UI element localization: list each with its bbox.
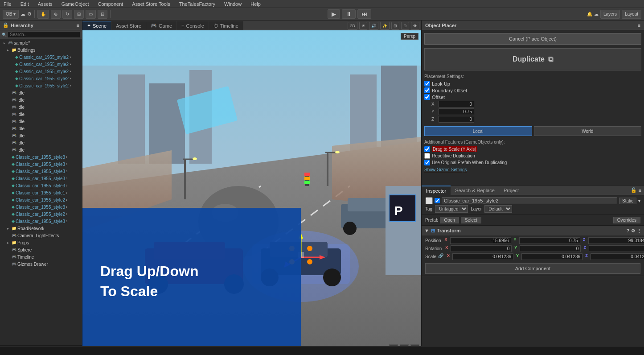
transform-menu-icon[interactable]: ⋮ bbox=[637, 228, 641, 233]
settings-icon[interactable]: ⚙ bbox=[27, 11, 32, 17]
list-item[interactable]: 🎮Idle bbox=[0, 111, 82, 118]
menu-help[interactable]: Help bbox=[249, 1, 263, 7]
tab-search-replace[interactable]: Search & Replace bbox=[451, 186, 499, 195]
transform-header[interactable]: ▼ ⊞ Transform ? ⚙ ⋮ bbox=[422, 226, 644, 235]
scene-fx-btn[interactable]: ✨ bbox=[380, 22, 390, 30]
pos-x-input[interactable] bbox=[450, 237, 511, 244]
ob-dropdown[interactable]: OB ▾ bbox=[3, 10, 19, 19]
menu-edit[interactable]: Edit bbox=[19, 1, 31, 7]
static-dropdown-icon[interactable]: ▾ bbox=[638, 198, 640, 203]
menu-gameobject[interactable]: GameObject bbox=[60, 1, 91, 7]
tag-dropdown[interactable]: Untagged bbox=[435, 205, 468, 213]
list-item[interactable]: ◆Classic_car_1955_style3 › bbox=[0, 175, 82, 182]
list-item[interactable]: ◆Classic_car_1955_style3 › bbox=[0, 168, 82, 175]
local-button[interactable]: Local bbox=[424, 126, 532, 136]
repetitive-duplication-checkbox[interactable] bbox=[424, 153, 430, 159]
tab-project[interactable]: Project bbox=[499, 186, 523, 195]
list-item[interactable]: 🎮Idle bbox=[0, 125, 82, 132]
static-button[interactable]: Static bbox=[619, 198, 636, 204]
list-item[interactable]: ◆Classic_car_1955_style3 › bbox=[0, 203, 82, 211]
lock-inspector-icon[interactable]: 🔓 bbox=[631, 187, 637, 193]
scene-2d-btn[interactable]: 2D bbox=[348, 22, 357, 30]
hierarchy-menu-icon[interactable]: ≡ bbox=[77, 23, 79, 28]
scale-link-icon[interactable]: 🔗 bbox=[438, 253, 444, 260]
list-item[interactable]: ◆Classic_car_1955_style2 › bbox=[0, 196, 82, 203]
list-item[interactable]: ▸📁RoadNetwork bbox=[0, 225, 82, 232]
scene-gizmo-btn[interactable]: ⊙ bbox=[401, 22, 409, 30]
object-active-checkbox[interactable] bbox=[435, 198, 440, 203]
menu-talesfactory[interactable]: TheTalesFactory bbox=[177, 1, 217, 7]
rot-y-input[interactable] bbox=[520, 245, 581, 252]
list-item[interactable]: ◆Classic_car_1955_style3 › bbox=[0, 161, 82, 168]
list-item[interactable]: ◆Classic_car_1955_style2 › bbox=[0, 61, 82, 68]
transform-tool[interactable]: ⊟ bbox=[98, 10, 107, 19]
scene-light-btn[interactable]: ☀ bbox=[359, 22, 367, 30]
menu-component[interactable]: Component bbox=[96, 1, 125, 7]
list-item[interactable]: 🎮Sphere bbox=[0, 246, 82, 253]
list-item[interactable]: ▸🎮sample* bbox=[0, 39, 82, 46]
tab-console[interactable]: ≡ Console bbox=[177, 21, 209, 30]
list-item[interactable]: ◆Classic_car_1955_style2 › bbox=[0, 75, 82, 82]
tab-game[interactable]: 🎮 Game bbox=[146, 21, 177, 30]
list-item[interactable]: ◆Classic_car_1955_style3 › bbox=[0, 182, 82, 189]
inspector-menu-icon[interactable]: ≡ bbox=[639, 188, 641, 193]
list-item[interactable]: 🎮Idle bbox=[0, 118, 82, 125]
move-tool[interactable]: ⊕ bbox=[51, 10, 61, 19]
pos-y-input[interactable] bbox=[519, 237, 580, 244]
list-item[interactable]: 🎮Idle bbox=[0, 89, 82, 96]
menu-window[interactable]: Window bbox=[222, 1, 243, 7]
list-item[interactable]: 🎮Timeline bbox=[0, 253, 82, 260]
menu-file[interactable]: File bbox=[2, 1, 13, 7]
rotate-tool[interactable]: ↻ bbox=[62, 10, 72, 19]
add-component-button[interactable]: Add Component bbox=[425, 263, 640, 274]
overrides-button[interactable]: Overrides bbox=[613, 217, 640, 223]
list-item[interactable]: 🎮Idle bbox=[0, 96, 82, 103]
pos-z-input[interactable] bbox=[588, 237, 644, 244]
list-item[interactable]: ▸📁Props bbox=[0, 239, 82, 246]
transform-question-icon[interactable]: ? bbox=[627, 228, 629, 233]
x-input[interactable] bbox=[439, 101, 474, 107]
play-button[interactable]: ▶ bbox=[328, 9, 340, 19]
scene-grid-btn[interactable]: ⊞ bbox=[391, 22, 399, 30]
list-item[interactable]: ◆Classic_car_1955_style1 › bbox=[0, 189, 82, 196]
cancel-place-object-button[interactable]: Cancel (Place Object) bbox=[424, 33, 641, 45]
transform-settings-icon[interactable]: ⚙ bbox=[631, 228, 635, 233]
list-item[interactable]: 🎮Camera_LightEffects bbox=[0, 232, 82, 239]
list-item[interactable]: 🎮Idle bbox=[0, 146, 82, 153]
menu-assetstore[interactable]: Asset Store Tools bbox=[130, 1, 172, 7]
rect-tool[interactable]: ▭ bbox=[86, 10, 96, 19]
tab-assetstore[interactable]: Asset Store bbox=[111, 21, 146, 30]
show-gizmo-link[interactable]: Show Gizmo Settings bbox=[424, 167, 641, 172]
list-item[interactable]: ◆Classic_car_1955_style2 › bbox=[0, 82, 82, 89]
list-item[interactable]: ◆Classic_car_1955_style2 › bbox=[0, 68, 82, 75]
scale-y-input[interactable] bbox=[521, 253, 582, 260]
y-input[interactable] bbox=[439, 108, 474, 115]
tab-scene[interactable]: ✦ Scene bbox=[82, 21, 111, 30]
hand-tool[interactable]: ✋ bbox=[37, 10, 49, 19]
object-name-input[interactable] bbox=[442, 197, 617, 204]
boundary-offset-checkbox[interactable] bbox=[424, 87, 430, 93]
list-item[interactable]: 🎮Gizmos Drawer bbox=[0, 260, 82, 268]
open-prefab-button[interactable]: Open bbox=[440, 217, 459, 223]
list-item[interactable]: ◆Classic_car_1955_style3 › bbox=[0, 153, 82, 161]
list-item[interactable]: ◆Classic_car_1955_style2 › bbox=[0, 211, 82, 218]
tab-timeline[interactable]: ⏱ Timeline bbox=[209, 21, 243, 30]
look-up-checkbox[interactable] bbox=[424, 81, 430, 87]
step-button[interactable]: ⏭ bbox=[357, 9, 371, 19]
layer-dropdown[interactable]: Default bbox=[484, 205, 512, 213]
list-item[interactable]: ▸📁Buildings bbox=[0, 46, 82, 54]
list-item[interactable]: 🎮Idle bbox=[0, 139, 82, 146]
tab-inspector[interactable]: Inspector bbox=[422, 186, 451, 195]
scene-viewport[interactable]: P Persp Drag bbox=[82, 30, 421, 355]
drag-to-scale-checkbox[interactable] bbox=[424, 146, 430, 152]
scene-view-btn[interactable]: 👁 bbox=[411, 22, 419, 30]
offset-checkbox[interactable] bbox=[424, 94, 430, 100]
scale-tool[interactable]: ⊞ bbox=[74, 10, 84, 19]
menu-assets[interactable]: Assets bbox=[36, 1, 54, 7]
scale-z-input[interactable] bbox=[591, 253, 644, 260]
use-original-prefab-checkbox[interactable] bbox=[424, 160, 430, 165]
scene-audio-btn[interactable]: 🔊 bbox=[369, 22, 378, 30]
scale-x-input[interactable] bbox=[452, 253, 513, 260]
hierarchy-search-input[interactable] bbox=[8, 31, 80, 38]
layout-dropdown[interactable]: Layout bbox=[622, 10, 641, 19]
